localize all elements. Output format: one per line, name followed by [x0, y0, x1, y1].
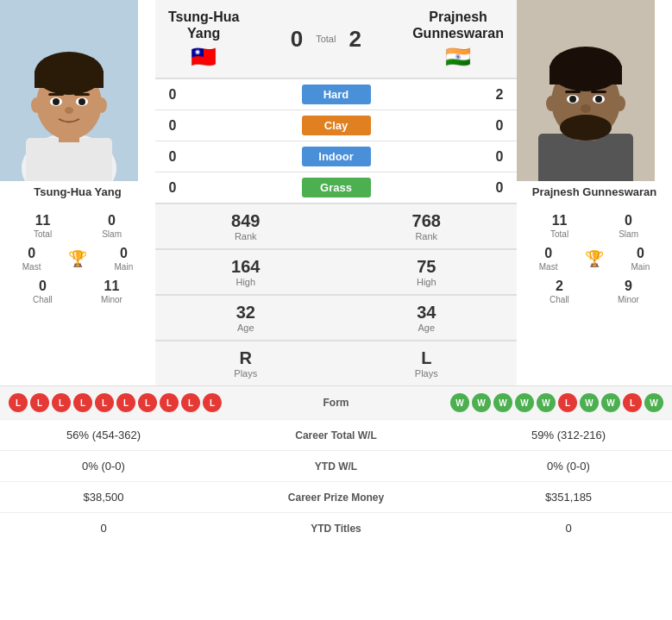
bottom-stat-left: 56% (454-362) — [17, 429, 190, 442]
plays-row: R Plays L Plays — [155, 340, 517, 385]
bottom-stat-row: 56% (454-362)Career Total W/L59% (312-21… — [0, 419, 672, 450]
form-badge-right: L — [623, 393, 642, 412]
svg-rect-27 — [565, 91, 581, 93]
svg-rect-11 — [48, 93, 64, 96]
bottom-stat-left: 0 — [17, 522, 190, 535]
bottom-stat-row: 0YTD Titles0 — [0, 512, 672, 543]
form-badge-right: W — [537, 393, 556, 412]
indoor-score-right: 0 — [491, 149, 508, 165]
svg-rect-12 — [74, 93, 90, 96]
score-left: 0 — [291, 26, 303, 53]
svg-point-31 — [615, 96, 625, 111]
right-player-stats: 11 Total 0 Slam 0 Mast 🏆 — [517, 205, 672, 312]
svg-point-30 — [546, 96, 556, 111]
right-stat-chall: 2 Chall — [550, 279, 569, 304]
main-container: Tsung-Hua Yang 11 Total 0 Slam 0 — [0, 0, 672, 543]
total-col: Total — [316, 34, 336, 44]
right-player-photo — [517, 0, 655, 181]
high-row: 164 High 75 High — [155, 248, 517, 294]
grass-badge: Grass — [302, 178, 371, 197]
svg-rect-6 — [35, 71, 104, 88]
bottom-stats: 56% (454-362)Career Total W/L59% (312-21… — [0, 419, 672, 543]
right-high: 75 High — [336, 249, 518, 294]
form-badge-right: W — [515, 393, 534, 412]
svg-point-26 — [595, 96, 602, 103]
center-header: Tsung-Hua Yang 🇹🇼 0 Total 2 — [155, 0, 517, 78]
form-badge-left: L — [181, 393, 200, 412]
svg-point-10 — [79, 98, 85, 105]
clay-score-left: 0 — [164, 118, 181, 134]
right-stat-total: 11 Total — [550, 213, 568, 239]
form-badge-left: L — [95, 393, 114, 412]
right-player-title: Prajnesh Gunneswaran — [412, 9, 504, 41]
left-stat-minor: 11 Minor — [101, 279, 122, 304]
hard-score-left: 0 — [164, 87, 181, 103]
form-badge-right: W — [601, 393, 620, 412]
svg-point-14 — [31, 97, 41, 113]
clay-badge: Clay — [302, 116, 371, 135]
right-player-photo-bg — [517, 0, 655, 181]
score-row: 0 Total 2 — [291, 26, 361, 53]
right-rank: 768 Rank — [336, 204, 518, 248]
right-stat-slam: 0 Slam — [619, 213, 638, 239]
form-badge-left: L — [160, 393, 179, 412]
bottom-stat-label: YTD Titles — [190, 523, 482, 535]
form-badge-right: W — [472, 393, 491, 412]
left-player-name: Tsung-Hua Yang — [0, 181, 155, 205]
form-badge-right: W — [450, 393, 469, 412]
form-label: Form — [323, 397, 349, 409]
left-stat-row-2: 0 Mast 🏆 0 Main — [0, 242, 155, 275]
bottom-stat-label: Career Prize Money — [190, 492, 482, 504]
right-player-title-area: Prajnesh Gunneswaran 🇮🇳 — [412, 9, 504, 69]
form-badge-left: L — [9, 393, 28, 412]
bottom-stat-row: 0% (0-0)YTD W/L0% (0-0) — [0, 450, 672, 481]
svg-rect-17 — [538, 134, 633, 181]
svg-point-8 — [53, 98, 60, 105]
left-age: 32 Age — [155, 295, 336, 340]
left-stat-row-1: 11 Total 0 Slam — [0, 210, 155, 242]
surface-row-hard: 0 Hard 2 — [155, 78, 517, 110]
score-display: 0 Total 2 — [291, 26, 361, 53]
svg-rect-2 — [26, 138, 112, 181]
svg-point-13 — [65, 107, 73, 114]
total-label: Total — [316, 34, 336, 44]
form-badge-right: W — [580, 393, 599, 412]
left-stat-slam: 0 Slam — [102, 213, 122, 239]
left-player-title-area: Tsung-Hua Yang 🇹🇼 — [168, 9, 239, 69]
center-stat-items: 849 Rank 768 Rank 164 High 75 — [155, 203, 517, 385]
form-badge-right: W — [644, 393, 663, 412]
right-age: 34 Age — [336, 295, 518, 340]
svg-rect-21 — [550, 66, 622, 85]
svg-point-22 — [560, 115, 612, 141]
right-flag: 🇮🇳 — [412, 45, 504, 69]
svg-point-29 — [581, 104, 591, 113]
left-trophy: 🏆 — [68, 249, 87, 268]
surface-row-grass: 0 Grass 0 — [155, 172, 517, 203]
left-rank: 849 Rank — [155, 204, 336, 248]
bottom-stat-label: Career Total W/L — [190, 429, 482, 442]
svg-point-24 — [569, 96, 576, 103]
age-row: 32 Age 34 Age — [155, 294, 517, 340]
surface-row-clay: 0 Clay 0 — [155, 110, 517, 141]
left-high: 164 High — [155, 249, 336, 294]
form-badge-left: L — [116, 393, 135, 412]
left-player-title: Tsung-Hua Yang — [168, 9, 239, 41]
bottom-stat-right: 59% (312-216) — [482, 429, 655, 442]
grass-score-left: 0 — [164, 180, 181, 196]
left-form-badges: LLLLLLLLLL — [9, 393, 222, 412]
rank-row: 849 Rank 768 Rank — [155, 203, 517, 248]
right-trophy: 🏆 — [585, 249, 604, 268]
right-stat-minor: 9 Minor — [618, 279, 639, 304]
surface-rows: 0 Hard 2 0 Clay 0 0 Indoor 0 — [155, 78, 517, 203]
bottom-stat-left: $38,500 — [17, 491, 190, 504]
left-stat-row-3: 0 Chall 11 Minor — [0, 275, 155, 308]
indoor-badge: Indoor — [302, 147, 371, 166]
indoor-score-left: 0 — [164, 149, 181, 165]
score-right: 2 — [349, 26, 361, 53]
form-badge-left: L — [138, 393, 157, 412]
left-player-stats: 11 Total 0 Slam 0 Mast 🏆 — [0, 205, 155, 312]
grass-score-right: 0 — [491, 180, 508, 196]
left-plays: R Plays — [155, 341, 336, 385]
svg-point-15 — [97, 97, 107, 113]
surface-row-indoor: 0 Indoor 0 — [155, 141, 517, 172]
